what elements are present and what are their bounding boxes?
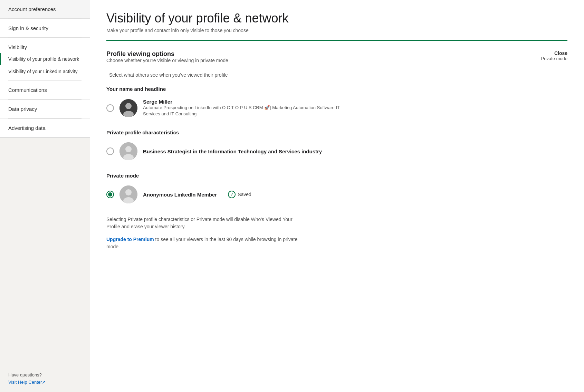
option-group-private-mode: Private mode Anonymous LinkedIn Member ✓… [106,173,567,205]
option-name-private-char: Business Strategist in the Information T… [143,149,322,154]
sidebar-item-communications[interactable]: Communications [0,81,90,99]
page-title: Visibility of your profile & network [106,11,567,26]
close-button[interactable]: Close Private mode [541,50,567,61]
section-description: Choose whether you're visible or viewing… [106,58,228,63]
option-text-private-char: Business Strategist in the Information T… [143,149,322,154]
svg-point-5 [125,146,132,152]
option-group-label-private-char: Private profile characteristics [106,130,567,135]
saved-badge: ✓ Saved [228,191,251,198]
option-name-private-mode: Anonymous LinkedIn Member [143,192,217,198]
option-group-label-name: Your name and headline [106,86,567,92]
have-questions-text: Have questions? [8,372,82,377]
sidebar: Account preferences Sign in & security V… [0,0,90,392]
option-desc-text: Automate Prospecting on LinkedIn with O … [143,105,350,117]
upgrade-to-premium-link[interactable]: Upgrade to Premium [106,237,154,242]
sidebar-subitem-profile-network[interactable]: Visibility of your profile & network [0,53,90,65]
option-row-name[interactable]: Serge Miller Automate Prospecting on Lin… [106,97,567,118]
radio-private-mode-option[interactable] [106,191,114,198]
sidebar-item-advertising-data[interactable]: Advertising data [0,119,90,137]
current-mode-label: Private mode [541,56,567,61]
sidebar-item-sign-in-security[interactable]: Sign in & security [0,19,90,38]
option-group-name: Your name and headline Serge Miller Auto… [106,86,567,118]
option-group-label-private-mode: Private mode [106,173,567,179]
option-text-name: Serge Miller Automate Prospecting on Lin… [143,99,350,117]
sidebar-footer: Have questions? Visit Help Center↗ [0,365,90,392]
svg-point-8 [125,189,132,195]
select-instruction: Select what others see when you've viewe… [106,72,567,78]
svg-point-2 [125,103,132,109]
avatar-serge-miller [119,99,137,117]
sidebar-subitem-linkedin-activity[interactable]: Visibility of your LinkedIn activity [0,65,90,78]
avatar-private-char [119,142,137,160]
page-divider [106,40,567,41]
footer-note-upgrade: Upgrade to Premium to see all your viewe… [106,236,307,250]
main-content: Visibility of your profile & network Mak… [90,0,584,392]
sidebar-item-visibility[interactable]: Visibility [0,38,90,53]
sidebar-item-data-privacy[interactable]: Data privacy [0,100,90,118]
page-subtitle: Make your profile and contact info only … [106,28,567,33]
option-name-text: Serge Miller [143,99,350,105]
visit-help-center-link[interactable]: Visit Help Center↗ [8,380,46,385]
section-title: Profile viewing options [106,50,228,58]
saved-check-icon: ✓ [228,191,236,198]
saved-text: Saved [238,192,251,197]
option-text-private-mode: Anonymous LinkedIn Member [143,192,217,198]
close-label[interactable]: Close [541,50,567,56]
radio-private-char-option[interactable] [106,147,114,155]
radio-name-option[interactable] [106,104,114,112]
radio-inner-dot [108,192,112,197]
option-row-private-char[interactable]: Business Strategist in the Information T… [106,141,567,162]
avatar-anonymous [119,185,137,203]
option-group-private-char: Private profile characteristics Business… [106,130,567,162]
option-row-private-mode[interactable]: Anonymous LinkedIn Member ✓ Saved [106,184,567,205]
footer-note: Selecting Private profile characteristic… [106,216,307,230]
sidebar-item-account-preferences[interactable]: Account preferences [0,0,90,19]
